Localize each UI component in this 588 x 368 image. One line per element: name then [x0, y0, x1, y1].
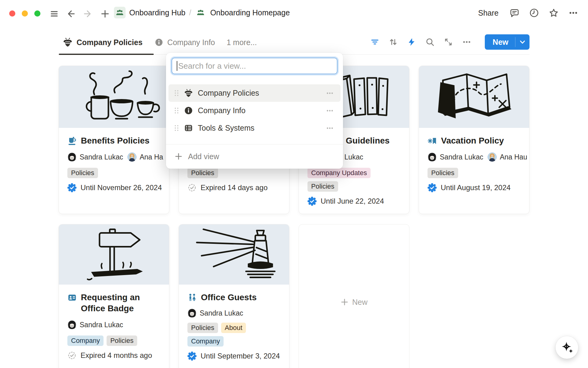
card-tags: Policies — [428, 168, 521, 178]
breadcrumb-separator: / — [189, 8, 191, 17]
automation-bolt-icon[interactable] — [406, 36, 417, 48]
traffic-light-close[interactable] — [9, 10, 15, 17]
view-item-label: Company Policies — [198, 89, 259, 98]
share-button[interactable]: Share — [476, 7, 501, 19]
avatar — [67, 152, 77, 162]
new-card-placeholder[interactable]: New — [299, 224, 409, 368]
breadcrumb-label: Onboarding Hub — [129, 8, 185, 17]
avatar — [488, 152, 497, 162]
tab-company-policies[interactable]: Company Policies — [63, 37, 142, 47]
avatar — [67, 320, 77, 329]
bee-icon — [63, 37, 73, 47]
card-status: Expired 14 days ago — [187, 183, 281, 192]
tag-policies: Policies — [187, 168, 218, 178]
more-tabs-button[interactable]: 1 more... — [227, 38, 257, 47]
view-item-company-policies[interactable]: Company Policies — [168, 84, 341, 102]
card-cover — [59, 66, 169, 128]
card-tags: Company Updates Policies — [307, 168, 401, 192]
breadcrumb-item-onboarding-homepage[interactable]: Onboarding Homepage — [195, 7, 290, 18]
history-clock-icon[interactable] — [528, 7, 540, 19]
view-item-more-icon[interactable] — [325, 123, 335, 133]
ai-sparkle-face-icon — [560, 341, 574, 354]
text-caret — [177, 61, 177, 71]
new-button[interactable]: New — [485, 34, 515, 50]
notion-app-window: Onboarding Hub / Onboarding Homepage Sha… — [0, 0, 588, 368]
card-status: Until September 3, 2024 — [187, 351, 281, 361]
tag-policies: Policies — [107, 335, 137, 346]
avatar — [428, 152, 437, 162]
card-office-guests[interactable]: Office Guests Sandra Lukac Policies Abou… — [179, 224, 289, 368]
card-vacation-policy[interactable]: Vacation Policy Sandra Lukac Ana Hau Pol… — [419, 66, 530, 214]
view-switcher-dropdown: Search for a view... Company Policies Co… — [166, 53, 343, 169]
avatar — [127, 152, 137, 162]
drag-handle-icon[interactable] — [174, 107, 179, 114]
card-office-badge[interactable]: Requesting an Office Badge Sandra Lukac … — [58, 224, 169, 368]
notion-ai-button[interactable] — [556, 336, 578, 359]
verified-badge-icon — [67, 183, 77, 192]
card-cover — [179, 224, 289, 285]
tab-label: Company Policies — [77, 38, 142, 47]
card-cover — [419, 66, 529, 128]
tag-policies: Policies — [67, 168, 98, 178]
view-item-more-icon[interactable] — [325, 105, 335, 116]
map-illustration — [425, 66, 523, 128]
breadcrumb-item-onboarding-hub[interactable]: Onboarding Hub — [114, 7, 185, 18]
table-icon — [184, 124, 193, 132]
card-benefits-policies[interactable]: Benefits Policies Sandra Lukac Ana Ha Po… — [58, 66, 169, 214]
active-tab-underline — [59, 54, 154, 55]
view-item-label: Tools & Systems — [198, 124, 254, 132]
tag-policies: Policies — [187, 323, 218, 333]
add-view-button[interactable]: Add view — [166, 148, 343, 164]
view-tabs: Company Policies Company Info 1 more... — [63, 34, 257, 51]
favorite-star-icon[interactable] — [548, 7, 560, 19]
new-page-icon[interactable] — [99, 8, 111, 20]
people-group-icon — [195, 7, 206, 18]
sort-icon[interactable] — [387, 36, 399, 48]
tab-label: Company Info — [167, 38, 215, 47]
lighthouse-illustration — [185, 224, 283, 285]
filter-icon[interactable] — [369, 36, 381, 48]
tag-policies: Policies — [307, 181, 338, 192]
drag-handle-icon[interactable] — [174, 125, 179, 132]
traffic-light-minimize[interactable] — [22, 10, 28, 17]
forward-icon[interactable] — [82, 8, 94, 20]
sidebar-toggle-icon[interactable] — [48, 8, 60, 20]
card-people: Sandra Lukac — [187, 309, 281, 318]
tab-company-info[interactable]: Company Info — [155, 38, 215, 47]
comments-icon[interactable] — [508, 7, 521, 19]
tag-company: Company — [187, 336, 224, 347]
card-tags: Policies About Company — [187, 323, 281, 347]
view-item-more-icon[interactable] — [325, 88, 335, 98]
new-card-label: New — [352, 298, 368, 307]
view-search-input[interactable]: Search for a view... — [172, 58, 337, 74]
card-title: Office Guests — [187, 292, 281, 303]
breadcrumb: Onboarding Hub / Onboarding Homepage — [114, 7, 290, 18]
card-cover — [59, 224, 169, 285]
new-split-button: New — [485, 34, 530, 50]
coffee-cup-icon — [67, 136, 77, 146]
card-title: Vacation Policy — [428, 135, 521, 146]
avatar — [187, 309, 197, 318]
view-item-tools-systems[interactable]: Tools & Systems — [168, 119, 341, 137]
card-people: Sandra Lukac — [67, 320, 160, 329]
card-status: Until August 19, 2024 — [428, 183, 521, 192]
new-dropdown-chevron-icon[interactable] — [515, 34, 530, 50]
view-item-company-info[interactable]: Company Info — [168, 102, 341, 119]
more-options-icon[interactable] — [567, 7, 579, 19]
window-titlebar: Onboarding Hub / Onboarding Homepage Sha… — [0, 0, 588, 23]
expand-rows-icon[interactable] — [443, 36, 454, 48]
tag-about: About — [221, 323, 246, 333]
drag-handle-icon[interactable] — [174, 90, 179, 97]
back-icon[interactable] — [65, 8, 77, 20]
tag-company-updates: Company Updates — [307, 168, 371, 178]
verified-badge-icon — [428, 183, 437, 192]
card-title: Benefits Policies — [67, 135, 160, 146]
search-icon[interactable] — [424, 36, 436, 48]
id-badge-icon — [67, 293, 77, 302]
view-options-icon[interactable] — [461, 36, 473, 48]
verified-badge-icon — [307, 197, 317, 206]
tag-company: Company — [67, 335, 104, 346]
view-list: Company Policies Company Info Tools & Sy… — [166, 84, 343, 137]
traffic-light-zoom[interactable] — [34, 10, 40, 17]
card-people: Sandra Lukac Ana Ha — [67, 152, 160, 162]
